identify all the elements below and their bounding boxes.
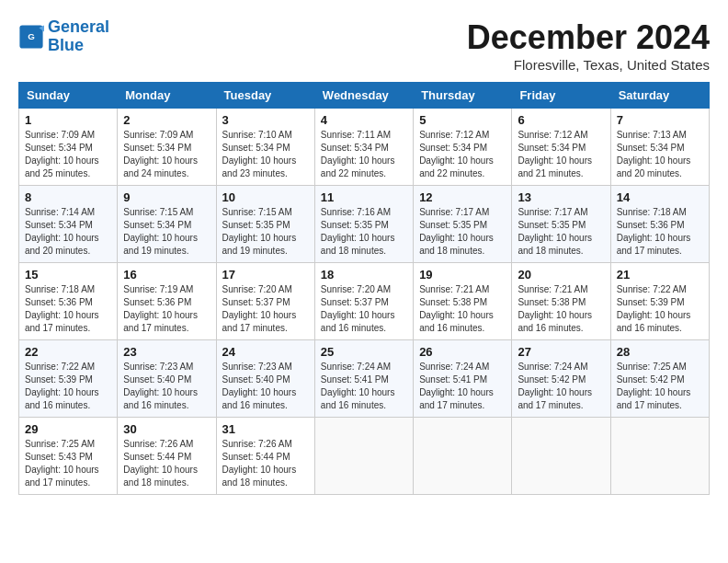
day-number: 12 [419, 190, 506, 204]
day-number: 25 [321, 345, 407, 359]
day-number: 2 [123, 113, 210, 127]
day-info: Sunrise: 7:21 AMSunset: 5:38 PMDaylight:… [518, 283, 604, 335]
day-number: 3 [222, 113, 309, 127]
day-number: 27 [518, 345, 604, 359]
calendar-cell: 21 Sunrise: 7:22 AMSunset: 5:39 PMDaylig… [610, 263, 709, 340]
day-number: 24 [222, 345, 309, 359]
day-info: Sunrise: 7:24 AMSunset: 5:42 PMDaylight:… [518, 361, 604, 412]
calendar-cell: 9 Sunrise: 7:15 AMSunset: 5:34 PMDayligh… [118, 186, 216, 263]
day-info: Sunrise: 7:15 AMSunset: 5:34 PMDaylight:… [123, 206, 210, 258]
calendar-week-row: 15 Sunrise: 7:18 AMSunset: 5:36 PMDaylig… [19, 263, 710, 340]
calendar-cell: 8 Sunrise: 7:14 AMSunset: 5:34 PMDayligh… [19, 186, 118, 263]
day-number: 17 [222, 268, 309, 282]
day-info: Sunrise: 7:17 AMSunset: 5:35 PMDaylight:… [419, 206, 506, 258]
calendar-week-row: 29 Sunrise: 7:25 AMSunset: 5:43 PMDaylig… [19, 418, 710, 495]
day-info: Sunrise: 7:18 AMSunset: 5:36 PMDaylight:… [617, 206, 703, 258]
day-info: Sunrise: 7:15 AMSunset: 5:35 PMDaylight:… [222, 206, 309, 258]
calendar-cell: 18 Sunrise: 7:20 AMSunset: 5:37 PMDaylig… [314, 263, 413, 340]
calendar-cell: 25 Sunrise: 7:24 AMSunset: 5:41 PMDaylig… [314, 340, 413, 418]
calendar-header-row: Sunday Monday Tuesday Wednesday Thursday… [19, 83, 710, 109]
calendar-cell: 16 Sunrise: 7:19 AMSunset: 5:36 PMDaylig… [118, 263, 216, 340]
calendar-cell: 31 Sunrise: 7:26 AMSunset: 5:44 PMDaylig… [216, 418, 314, 495]
calendar-cell: 2 Sunrise: 7:09 AMSunset: 5:34 PMDayligh… [118, 109, 216, 186]
calendar-cell: 23 Sunrise: 7:23 AMSunset: 5:40 PMDaylig… [118, 340, 216, 418]
calendar-cell [414, 418, 512, 495]
day-info: Sunrise: 7:13 AMSunset: 5:34 PMDaylight:… [617, 129, 703, 180]
calendar-cell: 19 Sunrise: 7:21 AMSunset: 5:38 PMDaylig… [414, 263, 512, 340]
calendar-cell: 10 Sunrise: 7:15 AMSunset: 5:35 PMDaylig… [216, 186, 314, 263]
day-number: 1 [25, 113, 111, 127]
calendar-cell: 13 Sunrise: 7:17 AMSunset: 5:35 PMDaylig… [512, 186, 610, 263]
col-tuesday: Tuesday [216, 83, 314, 109]
day-number: 19 [419, 268, 506, 282]
col-saturday: Saturday [610, 83, 709, 109]
day-number: 8 [25, 190, 111, 204]
day-info: Sunrise: 7:11 AMSunset: 5:34 PMDaylight:… [321, 129, 407, 180]
day-info: Sunrise: 7:20 AMSunset: 5:37 PMDaylight:… [321, 283, 407, 335]
day-info: Sunrise: 7:22 AMSunset: 5:39 PMDaylight:… [617, 283, 703, 335]
day-number: 29 [25, 422, 111, 436]
day-info: Sunrise: 7:24 AMSunset: 5:41 PMDaylight:… [321, 361, 407, 412]
day-number: 23 [123, 345, 210, 359]
calendar-cell: 3 Sunrise: 7:10 AMSunset: 5:34 PMDayligh… [216, 109, 314, 186]
day-number: 11 [321, 190, 407, 204]
calendar-cell: 27 Sunrise: 7:24 AMSunset: 5:42 PMDaylig… [512, 340, 610, 418]
logo: G General Blue [18, 18, 109, 55]
calendar-cell [512, 418, 610, 495]
day-info: Sunrise: 7:26 AMSunset: 5:44 PMDaylight:… [222, 438, 309, 489]
col-wednesday: Wednesday [314, 83, 413, 109]
day-info: Sunrise: 7:14 AMSunset: 5:34 PMDaylight:… [25, 206, 111, 258]
calendar-week-row: 8 Sunrise: 7:14 AMSunset: 5:34 PMDayligh… [19, 186, 710, 263]
calendar-cell: 5 Sunrise: 7:12 AMSunset: 5:34 PMDayligh… [414, 109, 512, 186]
day-number: 10 [222, 190, 309, 204]
calendar-cell: 12 Sunrise: 7:17 AMSunset: 5:35 PMDaylig… [414, 186, 512, 263]
day-info: Sunrise: 7:16 AMSunset: 5:35 PMDaylight:… [321, 206, 407, 258]
calendar-cell: 14 Sunrise: 7:18 AMSunset: 5:36 PMDaylig… [610, 186, 709, 263]
col-friday: Friday [512, 83, 610, 109]
calendar-cell: 26 Sunrise: 7:24 AMSunset: 5:41 PMDaylig… [414, 340, 512, 418]
svg-text:G: G [28, 31, 35, 41]
calendar-cell: 30 Sunrise: 7:26 AMSunset: 5:44 PMDaylig… [118, 418, 216, 495]
day-number: 20 [518, 268, 604, 282]
calendar-cell: 15 Sunrise: 7:18 AMSunset: 5:36 PMDaylig… [19, 263, 118, 340]
day-info: Sunrise: 7:23 AMSunset: 5:40 PMDaylight:… [123, 361, 210, 412]
day-number: 30 [123, 422, 210, 436]
day-number: 26 [419, 345, 506, 359]
col-thursday: Thursday [414, 83, 512, 109]
month-title: December 2024 [467, 18, 710, 57]
day-number: 4 [321, 113, 407, 127]
day-info: Sunrise: 7:19 AMSunset: 5:36 PMDaylight:… [123, 283, 210, 335]
day-number: 21 [617, 268, 703, 282]
day-info: Sunrise: 7:20 AMSunset: 5:37 PMDaylight:… [222, 283, 309, 335]
day-number: 16 [123, 268, 210, 282]
calendar-cell: 6 Sunrise: 7:12 AMSunset: 5:34 PMDayligh… [512, 109, 610, 186]
col-sunday: Sunday [19, 83, 118, 109]
day-info: Sunrise: 7:09 AMSunset: 5:34 PMDaylight:… [123, 129, 210, 180]
calendar-cell [314, 418, 413, 495]
col-monday: Monday [118, 83, 216, 109]
calendar-cell: 20 Sunrise: 7:21 AMSunset: 5:38 PMDaylig… [512, 263, 610, 340]
calendar-week-row: 22 Sunrise: 7:22 AMSunset: 5:39 PMDaylig… [19, 340, 710, 418]
calendar-cell: 1 Sunrise: 7:09 AMSunset: 5:34 PMDayligh… [19, 109, 118, 186]
day-number: 31 [222, 422, 309, 436]
day-info: Sunrise: 7:22 AMSunset: 5:39 PMDaylight:… [25, 361, 111, 412]
calendar-cell: 7 Sunrise: 7:13 AMSunset: 5:34 PMDayligh… [610, 109, 709, 186]
day-number: 14 [617, 190, 703, 204]
calendar-table: Sunday Monday Tuesday Wednesday Thursday… [18, 82, 710, 495]
day-info: Sunrise: 7:12 AMSunset: 5:34 PMDaylight:… [518, 129, 604, 180]
day-number: 22 [25, 345, 111, 359]
calendar-cell: 29 Sunrise: 7:25 AMSunset: 5:43 PMDaylig… [19, 418, 118, 495]
calendar-cell: 17 Sunrise: 7:20 AMSunset: 5:37 PMDaylig… [216, 263, 314, 340]
title-section: December 2024 Floresville, Texas, United… [467, 18, 710, 73]
calendar-cell [610, 418, 709, 495]
day-info: Sunrise: 7:09 AMSunset: 5:34 PMDaylight:… [25, 129, 111, 180]
day-info: Sunrise: 7:17 AMSunset: 5:35 PMDaylight:… [518, 206, 604, 258]
day-info: Sunrise: 7:18 AMSunset: 5:36 PMDaylight:… [25, 283, 111, 335]
day-number: 15 [25, 268, 111, 282]
calendar-week-row: 1 Sunrise: 7:09 AMSunset: 5:34 PMDayligh… [19, 109, 710, 186]
day-number: 7 [617, 113, 703, 127]
page-header: G General Blue December 2024 Floresville… [18, 18, 710, 73]
calendar-cell: 11 Sunrise: 7:16 AMSunset: 5:35 PMDaylig… [314, 186, 413, 263]
day-number: 9 [123, 190, 210, 204]
day-info: Sunrise: 7:26 AMSunset: 5:44 PMDaylight:… [123, 438, 210, 489]
